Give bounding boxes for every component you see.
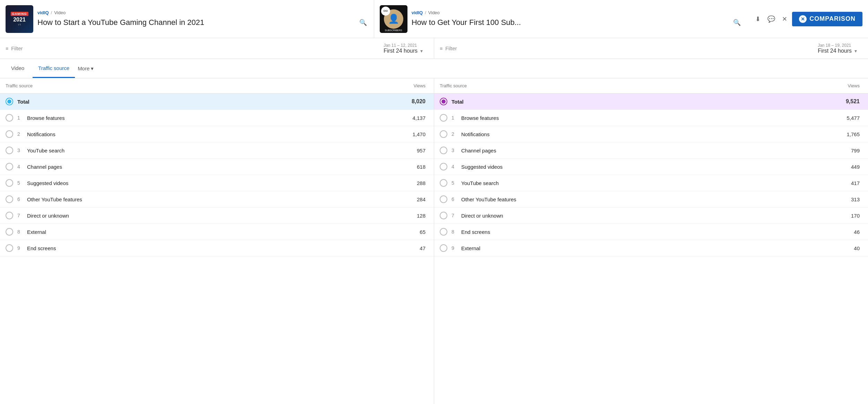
radio-left-9[interactable] <box>6 244 13 252</box>
comment-button[interactable]: 💬 <box>765 13 777 25</box>
radio-right-8[interactable] <box>440 228 447 236</box>
source-cell: 8 End screens <box>434 224 764 240</box>
radio-right-4[interactable] <box>440 163 447 170</box>
source-cell: 5 YouTube search <box>434 175 764 191</box>
radio-left-5[interactable] <box>6 179 13 187</box>
table-row[interactable]: 4 Channel pages 618 <box>0 159 434 175</box>
views-cell: 1,765 <box>764 126 868 142</box>
source-cell: 3 Channel pages <box>434 142 764 159</box>
views-cell: 128 <box>329 208 434 224</box>
header-left: GAMING 2021 YT vidIQ / Video How to Star… <box>0 0 374 38</box>
radio-left-3[interactable] <box>6 147 13 154</box>
views-cell: 170 <box>764 208 868 224</box>
breadcrumb-left: vidIQ / Video <box>37 10 368 15</box>
source-cell: 7 Direct or unknown <box>0 208 329 224</box>
comparison-x-icon: ✕ <box>799 15 807 23</box>
source-cell: 1 Browse features <box>434 110 764 126</box>
radio-left-2[interactable] <box>6 130 13 138</box>
pane-left: Traffic source Views Total 8,020 1 Brows… <box>0 78 434 404</box>
table-row[interactable]: 2 Notifications 1,470 <box>0 126 434 142</box>
tab-traffic-source[interactable]: Traffic source <box>33 59 75 78</box>
views-cell: 417 <box>764 175 868 191</box>
thumbnail-left: GAMING 2021 YT <box>6 5 33 33</box>
header: GAMING 2021 YT vidIQ / Video How to Star… <box>0 0 868 38</box>
comparison-button[interactable]: ✕ COMPARISON <box>792 12 862 26</box>
table-row[interactable]: 1 Browse features 4,137 <box>0 110 434 126</box>
views-cell: 799 <box>764 142 868 159</box>
title-row-right: How to Get Your First 100 Sub... 🔍 <box>412 17 742 28</box>
radio-right-9[interactable] <box>440 244 447 252</box>
close-button[interactable]: ✕ <box>780 13 789 25</box>
filter-label-right: Filter <box>445 45 457 51</box>
radio-right-1[interactable] <box>440 114 447 122</box>
views-cell: 46 <box>764 224 868 240</box>
radio-left-1[interactable] <box>6 114 13 122</box>
table-row[interactable]: 8 End screens 46 <box>434 224 868 240</box>
download-button[interactable]: ⬇ <box>753 13 763 25</box>
header-right: 👤 OO SUBSCRIBERS vidIQ / Video How to Ge… <box>374 0 748 38</box>
views-cell: 1,470 <box>329 126 434 142</box>
table-row[interactable]: 9 External 40 <box>434 240 868 256</box>
source-cell: 9 End screens <box>0 240 329 256</box>
radio-total-left[interactable] <box>6 98 13 105</box>
radio-total-right[interactable] <box>440 98 447 105</box>
table-row[interactable]: 3 Channel pages 799 <box>434 142 868 159</box>
chevron-down-icon: ▾ <box>91 65 94 72</box>
brand-left: vidIQ <box>37 10 49 15</box>
dropdown-icon-left: ▾ <box>420 48 423 54</box>
radio-left-7[interactable] <box>6 212 13 219</box>
filter-section-right[interactable]: ≡ Filter <box>440 45 457 51</box>
views-cell: 65 <box>329 224 434 240</box>
views-cell: 618 <box>329 159 434 175</box>
radio-right-3[interactable] <box>440 147 447 154</box>
date-range-left: Jan 11 – 12, 2021 <box>384 43 417 48</box>
table-row[interactable]: 4 Suggested videos 449 <box>434 159 868 175</box>
table-row[interactable]: 1 Browse features 5,477 <box>434 110 868 126</box>
right-table: Traffic source Views Total 9,521 1 Brows… <box>434 78 868 256</box>
table-row[interactable]: Total 8,020 <box>0 94 434 110</box>
source-cell: Total <box>0 94 329 110</box>
radio-left-6[interactable] <box>6 195 13 203</box>
left-col-views: Views <box>329 78 434 94</box>
search-button-right[interactable]: 🔍 <box>732 17 742 28</box>
views-cell: 288 <box>329 175 434 191</box>
filter-icon-left: ≡ <box>6 46 8 51</box>
radio-right-6[interactable] <box>440 195 447 203</box>
filter-label-left: Filter <box>11 45 23 51</box>
table-row[interactable]: 7 Direct or unknown 170 <box>434 208 868 224</box>
tab-video[interactable]: Video <box>6 59 30 78</box>
table-row[interactable]: 8 External 65 <box>0 224 434 240</box>
table-row[interactable]: 5 Suggested videos 288 <box>0 175 434 191</box>
thumbnail-right: 👤 OO SUBSCRIBERS <box>380 5 407 33</box>
table-row[interactable]: 7 Direct or unknown 128 <box>0 208 434 224</box>
sep-left: / <box>51 10 52 15</box>
date-section-left[interactable]: Jan 11 – 12, 2021 First 24 hours ▾ <box>384 43 423 54</box>
search-button-left[interactable]: 🔍 <box>358 17 368 28</box>
table-row[interactable]: 2 Notifications 1,765 <box>434 126 868 142</box>
radio-right-2[interactable] <box>440 130 447 138</box>
radio-left-4[interactable] <box>6 163 13 170</box>
filter-section-left[interactable]: ≡ Filter <box>6 45 23 51</box>
sep-right: / <box>425 10 426 15</box>
radio-left-8[interactable] <box>6 228 13 236</box>
table-row[interactable]: 3 YouTube search 957 <box>0 142 434 159</box>
radio-right-7[interactable] <box>440 212 447 219</box>
views-cell: 8,020 <box>329 94 434 110</box>
table-row[interactable]: 6 Other YouTube features 313 <box>434 191 868 208</box>
tab-more[interactable]: More ▾ <box>78 65 94 72</box>
filter-bar-right: ≡ Filter Jan 18 – 19, 2021 First 24 hour… <box>434 38 868 59</box>
main-content: Traffic source Views Total 8,020 1 Brows… <box>0 78 868 404</box>
tabs-bar: Video Traffic source More ▾ <box>0 59 868 78</box>
date-section-right[interactable]: Jan 18 – 19, 2021 First 24 hours ▾ <box>818 43 857 54</box>
title-row-left: How to Start a YouTube Gaming Channel in… <box>37 17 368 28</box>
radio-right-5[interactable] <box>440 179 447 187</box>
right-col-views: Views <box>764 78 868 94</box>
views-cell: 284 <box>329 191 434 208</box>
table-row[interactable]: 5 YouTube search 417 <box>434 175 868 191</box>
source-cell: 4 Suggested videos <box>434 159 764 175</box>
filter-bar: ≡ Filter Jan 11 – 12, 2021 First 24 hour… <box>0 38 868 59</box>
source-cell: 3 YouTube search <box>0 142 329 159</box>
table-row[interactable]: 9 End screens 47 <box>0 240 434 256</box>
table-row[interactable]: 6 Other YouTube features 284 <box>0 191 434 208</box>
table-row[interactable]: Total 9,521 <box>434 94 868 110</box>
